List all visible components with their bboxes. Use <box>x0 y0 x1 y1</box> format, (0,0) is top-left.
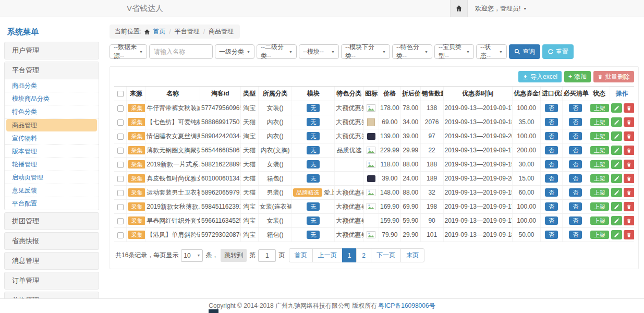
delete-button[interactable] <box>624 174 634 183</box>
edit-button[interactable] <box>611 146 622 155</box>
source-cell: 采集 <box>127 228 145 242</box>
sidebar-subitem[interactable]: 平台配置 <box>5 197 99 210</box>
edit-button[interactable] <box>611 174 622 183</box>
filter-select[interactable]: --状态--▼ <box>476 44 507 59</box>
no-badge[interactable]: 否 <box>569 104 582 112</box>
sidebar-subitem[interactable]: 版本管理 <box>5 145 99 158</box>
sidebar-subitem[interactable]: 宣传物料 <box>5 132 99 145</box>
icp-link[interactable]: 粤ICP备16098006号 <box>378 302 435 310</box>
breadcrumb-section[interactable]: 平台管理 <box>175 27 200 36</box>
row-checkbox[interactable] <box>117 148 124 154</box>
page-button[interactable]: 2 <box>356 248 371 262</box>
page-button[interactable]: 下一页 <box>371 248 401 262</box>
row-checkbox[interactable] <box>117 232 124 238</box>
row-checkbox[interactable] <box>117 119 124 126</box>
sidebar-subitem[interactable]: 特色分类 <box>5 105 99 118</box>
row-checkbox[interactable] <box>117 134 124 140</box>
add-button[interactable]: + 添加 <box>564 71 591 82</box>
filter-select[interactable]: --二级分类--▼ <box>257 44 297 59</box>
delete-button[interactable] <box>624 160 634 169</box>
no-badge[interactable]: 否 <box>545 118 558 126</box>
taoke-id-cell: 598451162391 <box>200 200 240 214</box>
delete-button[interactable] <box>624 131 634 141</box>
name-cell: 2019新款一片式系... <box>145 158 200 172</box>
no-badge[interactable]: 否 <box>569 118 582 126</box>
batch-delete-button[interactable]: 批量删除 <box>593 71 634 82</box>
sidebar-subitem[interactable]: 意见反馈 <box>5 184 99 197</box>
delete-button[interactable] <box>624 146 634 155</box>
type-cell: 天猫 <box>240 143 258 158</box>
page-button[interactable]: 末页 <box>400 248 424 262</box>
edit-button[interactable] <box>611 131 622 141</box>
no-badge[interactable]: 否 <box>545 132 558 140</box>
filter-select[interactable]: --特色分类--▼ <box>392 44 432 59</box>
no-badge[interactable]: 否 <box>569 132 582 140</box>
no-badge[interactable]: 否 <box>569 146 582 154</box>
no-badge[interactable]: 否 <box>545 231 558 239</box>
delete-button[interactable] <box>624 202 634 211</box>
sidebar-item-platform-mgmt[interactable]: 平台管理 <box>5 62 99 79</box>
no-badge[interactable]: 否 <box>569 188 582 197</box>
delete-button[interactable] <box>624 188 634 197</box>
no-badge[interactable]: 否 <box>569 174 582 183</box>
edit-button[interactable] <box>611 160 622 169</box>
sidebar-item-user-mgmt[interactable]: 用户管理 <box>4 42 99 59</box>
page-button[interactable]: 上一页 <box>312 248 343 262</box>
sidebar-subitem[interactable]: 启动页管理 <box>5 171 99 184</box>
home-button[interactable] <box>450 0 468 17</box>
no-badge[interactable]: 否 <box>569 202 582 211</box>
delete-button[interactable] <box>624 117 634 127</box>
jump-page-input[interactable] <box>258 249 276 262</box>
row-checkbox[interactable] <box>117 162 124 168</box>
filter-select[interactable]: --模块--▼ <box>299 44 339 59</box>
row-checkbox[interactable] <box>117 105 124 112</box>
reset-button[interactable]: 重置 <box>542 44 574 59</box>
no-badge[interactable]: 否 <box>545 216 558 225</box>
edit-button[interactable] <box>611 216 622 225</box>
edit-button[interactable] <box>611 103 622 113</box>
edit-button[interactable] <box>611 230 622 239</box>
filter-select-source[interactable]: --数据来源-- ▼ <box>110 44 147 59</box>
sidebar-subitem[interactable]: 商品管理 <box>6 119 97 131</box>
no-badge[interactable]: 否 <box>545 174 558 183</box>
row-checkbox[interactable] <box>117 176 124 182</box>
no-badge[interactable]: 否 <box>545 188 558 197</box>
per-page-select[interactable]: 10 ▼ <box>181 249 203 262</box>
jump-button[interactable]: 跳转到 <box>221 249 247 262</box>
sidebar-item[interactable]: 消息管理 <box>4 252 99 270</box>
search-button[interactable]: 查询 <box>509 44 540 59</box>
sidebar-item[interactable]: 省惠快报 <box>4 232 99 250</box>
no-badge[interactable]: 否 <box>545 202 558 211</box>
edit-button[interactable] <box>611 117 622 127</box>
delete-button[interactable] <box>624 230 634 239</box>
no-badge[interactable]: 否 <box>545 104 558 112</box>
no-badge[interactable]: 否 <box>569 216 582 225</box>
filter-select[interactable]: --模块下分类--▼ <box>341 44 390 59</box>
sidebar-subitem[interactable]: 商品分类 <box>5 79 99 92</box>
no-badge[interactable]: 否 <box>545 146 558 154</box>
no-badge[interactable]: 否 <box>569 160 582 168</box>
sidebar-subitem[interactable]: 轮播管理 <box>5 158 99 171</box>
no-badge[interactable]: 否 <box>569 231 582 239</box>
import-excel-button[interactable]: 导入excel <box>518 71 562 82</box>
chevron-down-icon: ▼ <box>139 50 143 54</box>
sidebar-item[interactable]: 订单管理 <box>4 272 99 290</box>
select-all-checkbox[interactable] <box>117 91 124 97</box>
user-menu[interactable]: 欢迎您，管理员! ▼ <box>475 4 527 13</box>
filter-select[interactable]: 一级分类▼ <box>215 44 254 59</box>
row-checkbox[interactable] <box>117 218 124 224</box>
page-button[interactable]: 首页 <box>289 248 313 262</box>
edit-button[interactable] <box>611 202 622 211</box>
delete-button[interactable] <box>624 103 634 113</box>
edit-button[interactable] <box>611 188 622 197</box>
filter-select[interactable]: --宝贝类型--▼ <box>434 44 474 59</box>
delete-button[interactable] <box>624 216 634 225</box>
name-search-input[interactable] <box>149 44 213 59</box>
row-checkbox[interactable] <box>117 204 124 210</box>
sidebar-item[interactable]: 拼团管理 <box>4 212 99 230</box>
page-button[interactable]: 1 <box>342 248 357 262</box>
sidebar-subitem[interactable]: 模块商品分类 <box>5 92 99 105</box>
no-badge[interactable]: 否 <box>545 160 558 168</box>
row-checkbox[interactable] <box>117 190 124 196</box>
breadcrumb-home-link[interactable]: 首页 <box>153 27 165 36</box>
